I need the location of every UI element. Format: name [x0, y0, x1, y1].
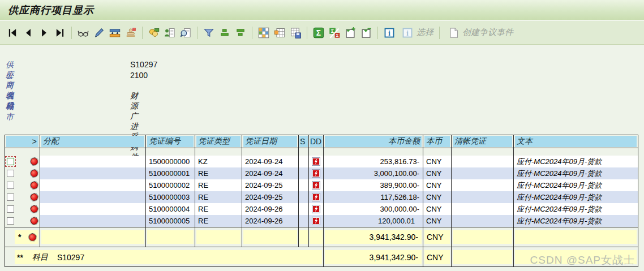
cell-doc-type[interactable]: RE — [195, 203, 242, 215]
cell-currency[interactable]: CNY — [423, 167, 452, 179]
col-header-assignment[interactable]: 分配 — [40, 135, 146, 148]
cell-assignment[interactable] — [40, 215, 146, 227]
cell-doc-type[interactable]: RE — [195, 167, 242, 179]
expand-selection-icon[interactable] — [344, 26, 357, 40]
cell-doc-number[interactable]: 5100000005 — [146, 215, 195, 227]
post-stamp-icon[interactable]: ! — [124, 26, 138, 40]
cell-assignment[interactable] — [40, 156, 146, 167]
cell-doc-number[interactable]: 5100000002 — [146, 179, 195, 191]
account-person-icon[interactable] — [163, 26, 177, 40]
cell-clearing-doc[interactable] — [452, 179, 514, 191]
cell-assignment[interactable] — [40, 179, 146, 191]
cell-dd[interactable] — [309, 179, 324, 191]
cell-doc-date[interactable]: 2024-09-26 — [242, 215, 299, 227]
row-checkbox[interactable] — [7, 205, 14, 213]
display-glasses-icon[interactable] — [76, 26, 90, 40]
collapse-selection-icon[interactable] — [359, 26, 373, 40]
display-search-doc-icon[interactable] — [179, 26, 192, 40]
row-checkbox[interactable] — [7, 170, 14, 177]
col-header-text[interactable]: 文本 — [514, 135, 638, 148]
cell-text[interactable]: 应付-MC2024年09月-货款 — [514, 167, 638, 179]
cell-dd[interactable] — [309, 156, 324, 167]
choose-layout-icon[interactable] — [257, 26, 271, 40]
change-layout-icon[interactable] — [273, 26, 286, 40]
cell-text[interactable]: 应付-MC2024年09月-货款 — [514, 156, 638, 167]
cell-dd[interactable] — [309, 167, 324, 179]
col-header-clearing-doc[interactable]: 清帐凭证 — [452, 135, 514, 148]
cell-currency[interactable]: CNY — [423, 191, 452, 203]
cell-doc-number[interactable]: 5100000003 — [146, 191, 195, 203]
create-dispute-case-button[interactable]: 创建争议事件 — [445, 26, 516, 40]
cell-text[interactable]: 应付-MC2024年09月-货款 — [514, 179, 638, 191]
cell-clearing-doc[interactable] — [452, 215, 514, 227]
cell-amount[interactable]: 117,526.18- — [324, 191, 423, 203]
cell-doc-type[interactable]: RE — [195, 215, 242, 227]
col-header-dd[interactable]: DD — [309, 135, 324, 148]
col-header-amount[interactable]: 本币金额 — [324, 135, 423, 148]
cell-doc-date[interactable]: 2024-09-26 — [242, 203, 299, 215]
cell-s[interactable] — [299, 179, 309, 191]
row-checkbox[interactable] — [7, 158, 14, 165]
payment-coins-icon[interactable] — [147, 26, 161, 40]
col-header-doc-number[interactable]: 凭证编号 — [146, 135, 195, 148]
row-checkbox[interactable] — [7, 182, 14, 189]
sort-ascending-icon[interactable] — [218, 26, 231, 40]
selection-fields-button[interactable]: i 选择 — [400, 26, 436, 40]
cell-currency[interactable]: CNY — [423, 215, 452, 227]
cell-currency[interactable]: CNY — [423, 203, 452, 215]
row-checkbox[interactable] — [7, 217, 14, 225]
cell-s[interactable] — [299, 191, 309, 203]
cell-amount[interactable]: 389,900.00- — [324, 179, 423, 191]
cell-s[interactable] — [299, 167, 309, 179]
first-page-button[interactable] — [6, 26, 19, 40]
col-header-currency[interactable]: 本币 — [423, 135, 452, 148]
cell-clearing-doc[interactable] — [452, 156, 514, 167]
cell-assignment[interactable] — [40, 203, 146, 215]
cell-s[interactable] — [299, 203, 309, 215]
cell-doc-type[interactable]: RE — [195, 191, 242, 203]
col-header-s[interactable]: S — [299, 135, 309, 148]
cell-currency[interactable]: CNY — [423, 156, 452, 167]
sort-descending-icon[interactable] — [234, 26, 247, 40]
col-header-select[interactable]: > — [5, 135, 40, 148]
cell-amount[interactable]: 300,000.00- — [324, 203, 423, 215]
subtotal-icon[interactable]: ΣΣ — [328, 26, 341, 40]
mass-change-icon[interactable] — [108, 26, 122, 40]
cell-doc-date[interactable]: 2024-09-25 — [242, 191, 299, 203]
change-pencil-icon[interactable] — [92, 26, 106, 40]
cell-dd[interactable] — [309, 203, 324, 215]
cell-s[interactable] — [299, 156, 309, 167]
cell-doc-number[interactable]: 5100000001 — [146, 167, 195, 179]
cell-dd[interactable] — [309, 215, 324, 227]
cell-amount[interactable]: 253,816.73- — [324, 156, 423, 167]
cell-clearing-doc[interactable] — [452, 191, 514, 203]
cell-doc-type[interactable]: RE — [195, 179, 242, 191]
cell-assignment[interactable] — [40, 167, 146, 179]
cell-doc-type[interactable]: KZ — [195, 156, 242, 167]
last-page-button[interactable] — [53, 26, 67, 40]
cell-text[interactable]: 应付-MC2024年09月-货款 — [514, 215, 638, 227]
cell-amount[interactable]: 3,000,100.00- — [324, 167, 423, 179]
cell-s[interactable] — [299, 215, 309, 227]
cell-currency[interactable]: CNY — [423, 179, 452, 191]
cell-clearing-doc[interactable] — [452, 167, 514, 179]
col-header-doc-date[interactable]: 凭证日期 — [242, 135, 299, 148]
filter-funnel-icon[interactable] — [202, 26, 216, 40]
cell-doc-date[interactable]: 2024-09-24 — [242, 167, 299, 179]
total-sigma-icon[interactable]: Σ — [312, 26, 325, 40]
row-checkbox[interactable] — [7, 193, 14, 201]
cell-text[interactable]: 应付-MC2024年09月-货款 — [514, 191, 638, 203]
col-header-doc-type[interactable]: 凭证类型 — [195, 135, 242, 148]
previous-page-button[interactable] — [22, 26, 35, 40]
cell-text[interactable]: 应付-MC2024年09月-货款 — [514, 203, 638, 215]
cell-doc-number[interactable]: 1500000000 — [146, 156, 195, 167]
cell-clearing-doc[interactable] — [452, 203, 514, 215]
info-icon[interactable]: i — [383, 26, 396, 40]
cell-assignment[interactable] — [40, 191, 146, 203]
cell-dd[interactable] — [309, 191, 324, 203]
save-layout-icon[interactable] — [289, 26, 302, 40]
cell-amount[interactable]: 120,000.01 — [324, 215, 423, 227]
cell-doc-date[interactable]: 2024-09-25 — [242, 179, 299, 191]
cell-doc-number[interactable]: 5100000004 — [146, 203, 195, 215]
next-page-button[interactable] — [37, 26, 51, 40]
